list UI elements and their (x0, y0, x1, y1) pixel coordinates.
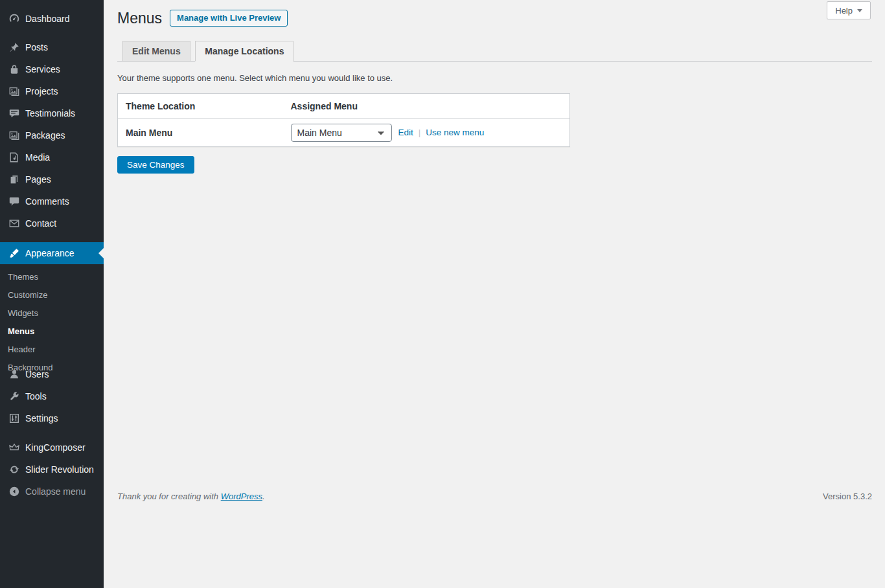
tab-bar: Edit Menus Manage Locations (117, 40, 872, 62)
chevron-down-icon (376, 128, 385, 137)
packages-icon (8, 130, 20, 141)
submenu-item-customize[interactable]: Customize (0, 286, 104, 304)
row-actions: Edit | Use new menu (398, 128, 485, 137)
dashboard-icon (8, 13, 20, 25)
sidebar-separator (0, 234, 104, 242)
slider-revolution-icon (8, 464, 20, 475)
sidebar-item-label: Testimonials (25, 108, 75, 119)
admin-sidebar: Dashboard Posts Services Projects Testim… (0, 0, 104, 588)
manage-live-preview-button[interactable]: Manage with Live Preview (170, 10, 288, 27)
selected-menu-value: Main Menu (297, 128, 342, 138)
page-description: Your theme supports one menu. Select whi… (117, 73, 872, 83)
sidebar-item-media[interactable]: Media (0, 146, 104, 168)
save-changes-button[interactable]: Save Changes (117, 156, 194, 174)
sidebar-item-label: Collapse menu (25, 486, 86, 497)
page-title: Menus (117, 6, 162, 30)
media-icon (8, 152, 20, 163)
submenu-item-widgets[interactable]: Widgets (0, 304, 104, 322)
sidebar-item-contact[interactable]: Contact (0, 212, 104, 234)
comment-icon (8, 196, 20, 207)
sidebar-item-testimonials[interactable]: Testimonials (0, 102, 104, 124)
sidebar-item-label: Media (25, 152, 50, 163)
sidebar-item-appearance[interactable]: Appearance (0, 242, 104, 264)
sidebar-item-label: Posts (25, 42, 48, 52)
sidebar-lower-group: Users Tools Settings KingComposer Sli (0, 363, 104, 503)
sidebar-item-label: Projects (25, 86, 58, 96)
sidebar-item-tools[interactable]: Tools (0, 385, 104, 407)
sidebar-item-label: Comments (25, 196, 69, 207)
sidebar-item-label: Dashboard (25, 14, 70, 24)
settings-icon (8, 413, 20, 424)
sidebar-item-projects[interactable]: Projects (0, 80, 104, 102)
sidebar-item-dashboard[interactable]: Dashboard (0, 8, 104, 30)
main-content: Menus Manage with Live Preview Edit Menu… (104, 0, 885, 588)
wordpress-link[interactable]: WordPress (221, 492, 262, 501)
sidebar-spacer (0, 0, 104, 8)
help-label: Help (835, 6, 853, 16)
page-header: Menus Manage with Live Preview (117, 6, 872, 30)
sidebar-item-label: Tools (25, 391, 47, 401)
testimonial-icon (8, 107, 20, 119)
column-header-assigned-menu: Assigned Menu (283, 94, 570, 119)
appearance-submenu: Themes Customize Widgets Menus Header Ba… (0, 264, 104, 377)
assigned-menu-cell: Main Menu Edit | Use new menu (291, 119, 562, 146)
submenu-item-themes[interactable]: Themes (0, 268, 104, 286)
column-header-theme-location: Theme Location (118, 94, 283, 119)
help-button[interactable]: Help (827, 1, 871, 19)
sidebar-item-label: Contact (25, 218, 56, 229)
submenu-item-header[interactable]: Header (0, 341, 104, 359)
use-new-menu-link[interactable]: Use new menu (426, 128, 484, 137)
sidebar-separator (0, 429, 104, 436)
sidebar-separator (0, 30, 104, 36)
footer-thanks-text: Thank you for creating with WordPress. (117, 492, 265, 501)
tab-manage-locations[interactable]: Manage Locations (195, 41, 293, 62)
collapse-arrow-icon (8, 486, 20, 497)
brush-icon (8, 247, 20, 259)
sidebar-item-kingcomposer[interactable]: KingComposer (0, 436, 104, 458)
sidebar-item-users[interactable]: Users (0, 363, 104, 385)
footer-thanks-prefix: Thank you for creating with (117, 492, 218, 501)
menu-locations-table: Theme Location Assigned Menu Main Menu M… (117, 93, 570, 147)
collapse-menu-button[interactable]: Collapse menu (0, 481, 104, 503)
sidebar-item-pages[interactable]: Pages (0, 168, 104, 190)
bag-icon (8, 63, 20, 75)
users-icon (8, 368, 20, 380)
sidebar-item-label: Slider Revolution (25, 464, 94, 475)
link-separator: | (419, 128, 421, 137)
crown-icon (8, 442, 20, 453)
admin-footer: Thank you for creating with WordPress. V… (117, 492, 872, 501)
sidebar-item-services[interactable]: Services (0, 58, 104, 80)
theme-location-cell: Main Menu (118, 119, 283, 147)
pages-icon (8, 174, 20, 185)
footer-period: . (262, 492, 265, 501)
sidebar-item-label: KingComposer (25, 442, 86, 453)
version-text: Version 5.3.2 (823, 492, 872, 501)
wrench-icon (8, 390, 20, 402)
assigned-menu-select[interactable]: Main Menu (291, 124, 392, 142)
sidebar-item-label: Appearance (25, 248, 75, 258)
sidebar-item-label: Packages (25, 130, 65, 141)
envelope-icon (8, 218, 20, 229)
sidebar-item-slider-revolution[interactable]: Slider Revolution (0, 458, 104, 481)
table-row: Main Menu Main Menu Edit | Use new men (118, 119, 570, 147)
submenu-item-menus[interactable]: Menus (0, 322, 104, 341)
sidebar-item-settings[interactable]: Settings (0, 407, 104, 429)
sidebar-item-comments[interactable]: Comments (0, 190, 104, 212)
edit-menu-link[interactable]: Edit (398, 128, 413, 137)
tab-edit-menus[interactable]: Edit Menus (122, 41, 190, 61)
chevron-down-icon (857, 9, 862, 12)
sidebar-item-label: Users (25, 369, 49, 379)
pushpin-icon (8, 41, 20, 53)
sidebar-item-packages[interactable]: Packages (0, 124, 104, 146)
sidebar-item-label: Services (25, 64, 60, 74)
sidebar-item-label: Pages (25, 174, 51, 185)
table-header-row: Theme Location Assigned Menu (118, 94, 570, 119)
sidebar-item-posts[interactable]: Posts (0, 36, 104, 58)
portfolio-icon (8, 85, 20, 97)
sidebar-item-label: Settings (25, 413, 58, 424)
